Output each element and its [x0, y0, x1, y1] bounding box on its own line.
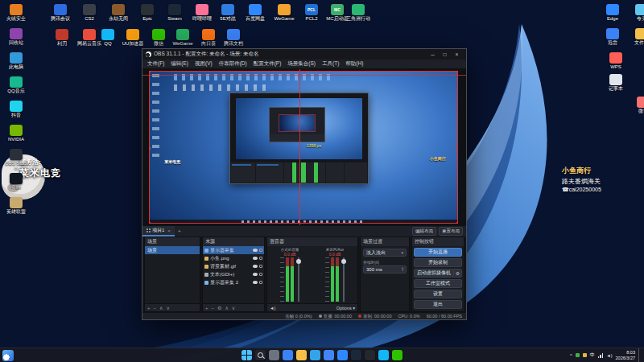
add-source-button[interactable]: +: [205, 306, 208, 311]
tray-app-icon[interactable]: [576, 353, 580, 357]
visibility-eye-icon[interactable]: [253, 273, 258, 276]
taskbar-app-icon[interactable]: [269, 350, 279, 360]
desktop-icon[interactable]: WPS: [604, 52, 628, 69]
scene-up-button[interactable]: ∧: [159, 305, 163, 311]
menu-item[interactable]: 视图(V): [192, 60, 216, 68]
preview-canvas[interactable]: 菜米电竞 小鱼商行: [142, 69, 466, 225]
desktop-icon[interactable]: Epic: [135, 4, 159, 21]
visibility-eye-icon[interactable]: [253, 257, 258, 260]
selection-handle[interactable]: [456, 222, 458, 224]
lock-icon[interactable]: [259, 257, 262, 260]
taskbar-app-icon[interactable]: [378, 350, 389, 360]
ime-indicator[interactable]: 中: [590, 352, 595, 359]
scene-item[interactable]: 场景: [145, 246, 200, 254]
desktop-icon[interactable]: CS2: [77, 4, 101, 21]
menu-item[interactable]: 停靠部件(D): [216, 60, 250, 68]
source-item[interactable]: 背景素材.gif: [203, 262, 264, 270]
desktop-icon[interactable]: 永劫无间: [106, 4, 130, 21]
maximize-button[interactable]: □: [439, 49, 451, 60]
lock-icon[interactable]: [259, 281, 262, 284]
menu-item[interactable]: 文件(F): [144, 60, 167, 68]
desktop-icon[interactable]: 迅雷: [601, 28, 625, 45]
menu-item[interactable]: 编辑(E): [167, 60, 192, 68]
tab-close-icon[interactable]: ×: [167, 228, 171, 233]
lock-icon[interactable]: [259, 273, 262, 276]
desktop-icon[interactable]: QQ音乐: [4, 76, 28, 93]
source-item[interactable]: 显示器采集: [203, 246, 264, 254]
desktop-icon[interactable]: 此电脑: [4, 52, 28, 69]
slider-knob[interactable]: [296, 259, 301, 264]
desktop-icon[interactable]: 哔哩哔哩: [190, 4, 214, 21]
selection-handle[interactable]: [149, 147, 151, 150]
desktop-icon[interactable]: QQ: [96, 29, 120, 46]
slider-knob[interactable]: [341, 259, 346, 264]
desktop-icon[interactable]: 腾讯文档: [221, 29, 246, 46]
desktop-icon[interactable]: WeGame: [272, 4, 296, 21]
scene-down-button[interactable]: ∨: [166, 305, 169, 311]
obs-titlebar[interactable]: OBS 31.1.1 - 配置文件: 未命名 - 场景: 未命名 ─ □ ×: [142, 49, 466, 60]
taskbar-app-icon[interactable]: [242, 350, 252, 360]
desktop-icon[interactable]: Edge: [601, 4, 625, 21]
spin-arrows[interactable]: ▴▾: [402, 267, 403, 273]
control-button[interactable]: 启动虚拟摄像机 ⚙: [414, 269, 462, 278]
desktop-icon[interactable]: 5E对战: [216, 4, 240, 21]
add-tab-button[interactable]: +: [175, 226, 184, 237]
speaker-icon[interactable]: ◄): [270, 306, 275, 311]
desktop-icon[interactable]: 文件夹: [630, 28, 644, 45]
desktop-icon[interactable]: 微信: [147, 29, 171, 46]
desktop-icon[interactable]: 三角洲行动: [346, 4, 370, 21]
source-properties-button[interactable]: ⚙: [217, 305, 221, 311]
layout-tab[interactable]: 项目1 ×: [142, 226, 175, 237]
captured-display-source[interactable]: 菜米电竞 小鱼商行: [149, 71, 458, 224]
volume-slider[interactable]: [343, 257, 345, 302]
taskbar-app-icon[interactable]: [365, 350, 375, 360]
taskbar-app-icon[interactable]: [351, 350, 361, 360]
desktop-icon[interactable]: 英雄联盟: [4, 197, 28, 214]
source-item[interactable]: 文本(GDI+): [203, 270, 264, 278]
desktop-icon[interactable]: WeGame: [171, 29, 195, 46]
control-button[interactable]: 设置: [414, 290, 462, 298]
tray-app-icon[interactable]: [583, 353, 587, 357]
desktop-icon[interactable]: 利刃: [50, 29, 74, 46]
control-button[interactable]: 退出: [414, 300, 462, 309]
control-button[interactable]: 开始录制: [414, 258, 462, 267]
mixer-options-button[interactable]: Options ▾: [336, 306, 355, 311]
control-button[interactable]: 工作室模式: [414, 279, 462, 288]
remove-source-button[interactable]: −: [212, 306, 215, 311]
desktop-icon[interactable]: 火绒安全: [4, 4, 28, 21]
source-down-button[interactable]: ∨: [232, 305, 235, 311]
volume-slider[interactable]: [298, 257, 299, 302]
desktop-icon[interactable]: 百度网盘: [243, 4, 267, 21]
desktop-icon[interactable]: UU加速器: [121, 29, 145, 46]
desktop-icon[interactable]: 向日葵: [196, 29, 221, 46]
minimize-button[interactable]: ─: [427, 49, 439, 60]
desktop-icon[interactable]: 夸克: [630, 4, 644, 21]
source-up-button[interactable]: ∧: [225, 305, 228, 311]
transition-select[interactable]: 淡入淡出 ▾: [363, 249, 407, 257]
menu-item[interactable]: 工具(T): [319, 60, 342, 68]
desktop-icon[interactable]: 剪映: [4, 173, 28, 190]
desktop-icon[interactable]: Steam: [163, 4, 187, 21]
taskbar-app-icon[interactable]: [283, 350, 293, 360]
source-item[interactable]: 显示器采集 2: [203, 278, 264, 286]
selection-handle[interactable]: [456, 71, 458, 72]
close-button[interactable]: ×: [451, 49, 463, 60]
lock-icon[interactable]: [259, 249, 262, 252]
selection-handle[interactable]: [303, 222, 306, 224]
virtual-camera-settings-icon[interactable]: ⚙: [453, 271, 461, 276]
remove-scene-button[interactable]: −: [154, 306, 157, 311]
menu-item[interactable]: 场景集合(S): [284, 60, 319, 68]
taskbar-app-icon[interactable]: [337, 350, 348, 360]
menu-item[interactable]: 帮助(H): [342, 60, 366, 68]
desktop-icon[interactable]: 微博: [631, 97, 644, 113]
show-desktop-button[interactable]: [638, 348, 641, 362]
taskbar-app-icon[interactable]: [255, 350, 266, 360]
selection-handle[interactable]: [303, 71, 306, 72]
taskbar-app-icon[interactable]: [310, 350, 320, 360]
control-button[interactable]: 开始直播: [414, 248, 462, 257]
duration-spinbox[interactable]: 300 ms ▴▾: [363, 265, 407, 274]
desktop-icon[interactable]: OBS Studio: [4, 149, 28, 171]
desktop-icon[interactable]: 抖音: [4, 101, 28, 117]
layout-action-button[interactable]: 编辑布局: [412, 227, 436, 236]
desktop-icon[interactable]: 腾讯会议: [48, 4, 72, 21]
